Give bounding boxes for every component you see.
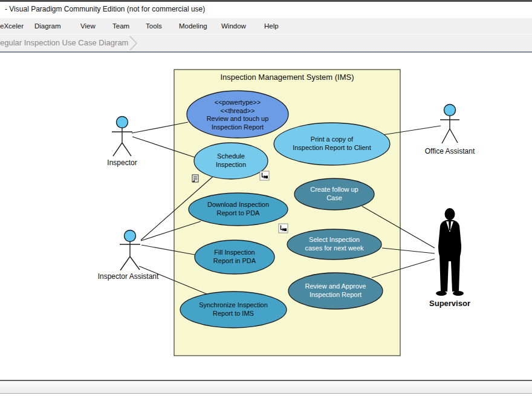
menu-item-exceler[interactable]: eXceler: [0, 18, 24, 34]
menu-item-help[interactable]: Help: [264, 18, 279, 34]
usecase-create-follow-up[interactable]: [294, 178, 374, 210]
usecase-print-copy[interactable]: [274, 123, 390, 165]
status-bar: [0, 381, 532, 393]
usecase-schedule-inspection[interactable]: [194, 143, 268, 179]
document-indicator-icon[interactable]: [192, 175, 198, 182]
subdiagram-indicator-icon[interactable]: [279, 224, 288, 233]
usecase-review-approve[interactable]: [288, 273, 383, 309]
use-case-diagram: [0, 53, 532, 380]
usecase-synchronize[interactable]: [180, 292, 287, 328]
tab-chevron-icon: [128, 35, 139, 51]
actor-office-assistant[interactable]: [440, 105, 459, 144]
menu-item-diagram[interactable]: Diagram: [34, 18, 60, 34]
usecase-download-report[interactable]: [189, 193, 288, 226]
actor-supervisor[interactable]: [436, 208, 464, 296]
usecase-review-touch-up[interactable]: [187, 91, 288, 138]
app-window: - Visual Paradigm Community Edition (not…: [0, 0, 532, 398]
tab-bar: egular Inspection Use Case Diagram: [0, 34, 532, 51]
menu-bar: eXceler Diagram View Team Tools Modeling…: [0, 18, 532, 34]
actor-head: [444, 105, 456, 116]
menu-item-view[interactable]: View: [80, 18, 96, 34]
actor-head: [125, 230, 136, 242]
diagram-canvas[interactable]: Inspection Management System (IMS) <<pow…: [0, 53, 532, 380]
usecase-select-cases[interactable]: [287, 229, 381, 259]
actor-head: [117, 117, 128, 128]
actor-inspector[interactable]: [112, 117, 132, 157]
subdiagram-indicator-icon[interactable]: [260, 171, 269, 180]
window-title: - Visual Paradigm Community Edition (not…: [5, 5, 205, 13]
tab-label: egular Inspection Use Case Diagram: [0, 38, 128, 47]
actor-inspector-assistant[interactable]: [120, 230, 140, 271]
menu-item-window[interactable]: Window: [221, 18, 246, 34]
title-bar: - Visual Paradigm Community Edition (not…: [0, 2, 532, 18]
menu-item-modeling[interactable]: Modeling: [179, 18, 207, 34]
status-bar-bottom-line: [0, 393, 532, 394]
usecase-fill-report[interactable]: [195, 240, 274, 274]
menu-item-tools[interactable]: Tools: [146, 18, 162, 34]
menu-item-team[interactable]: Team: [112, 18, 129, 34]
